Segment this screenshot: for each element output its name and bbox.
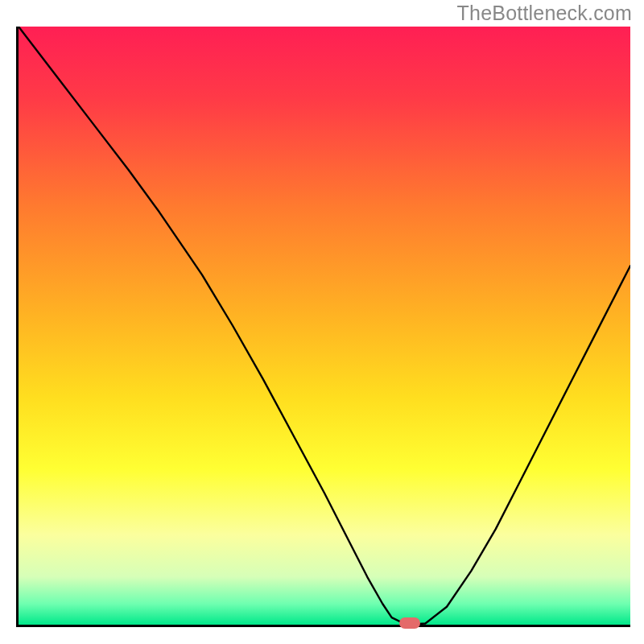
chart-frame: TheBottleneck.com <box>0 0 644 644</box>
optimal-point-marker <box>399 617 420 629</box>
watermark-text: TheBottleneck.com <box>457 2 632 25</box>
axes-border <box>16 27 630 627</box>
